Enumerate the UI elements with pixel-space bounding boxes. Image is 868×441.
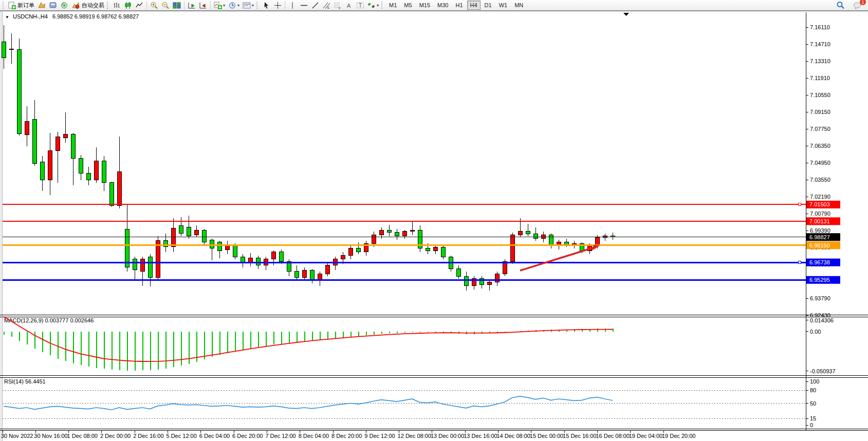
svg-text:7.10550: 7.10550 xyxy=(810,92,830,98)
svg-text:13 Dec 00:00: 13 Dec 00:00 xyxy=(431,433,464,439)
svg-text:6.93790: 6.93790 xyxy=(810,295,830,301)
svg-text:15: 15 xyxy=(810,415,816,421)
horizontal-levels[interactable] xyxy=(3,203,806,280)
time-axis: 30 Nov 202230 Nov 16:001 Dec 08:002 Dec … xyxy=(1,431,695,439)
svg-text:100: 100 xyxy=(810,378,819,385)
svg-text:0: 0 xyxy=(810,422,813,428)
svg-text:19 Dec 04:00: 19 Dec 04:00 xyxy=(629,433,662,439)
svg-text:8 Dec 04:00: 8 Dec 04:00 xyxy=(299,433,329,439)
svg-text:7.03550: 7.03550 xyxy=(810,177,830,183)
svg-text:7.06350: 7.06350 xyxy=(810,143,830,149)
candles xyxy=(2,25,615,291)
svg-text:14 Dec 08:00: 14 Dec 08:00 xyxy=(497,433,530,439)
svg-text:6.99390: 6.99390 xyxy=(810,227,830,234)
svg-text:8 Dec 20:00: 8 Dec 20:00 xyxy=(331,433,362,439)
rsi-indicator: 1008050150 xyxy=(3,378,819,428)
chart-title: ▼ USDCNH-,H4 6.98852 6.98919 6.98762 6.9… xyxy=(5,13,139,20)
svg-text:2 Dec 00:00: 2 Dec 00:00 xyxy=(100,433,131,439)
price-axis: 7.161107.147107.133107.119107.105507.091… xyxy=(806,24,830,318)
svg-text:6.98150: 6.98150 xyxy=(809,242,830,248)
mt4-window: 新订单 自动交易 xyxy=(0,0,868,441)
svg-text:6 Dec 20:00: 6 Dec 20:00 xyxy=(232,433,263,439)
svg-text:1 Dec 08:00: 1 Dec 08:00 xyxy=(67,433,98,439)
svg-text:15 Dec 00:00: 15 Dec 00:00 xyxy=(530,433,563,439)
svg-text:7.00131: 7.00131 xyxy=(809,218,830,224)
trend-arrow-annotation[interactable] xyxy=(520,245,600,271)
svg-text:7.13310: 7.13310 xyxy=(810,58,830,64)
svg-text:7 Dec 12:00: 7 Dec 12:00 xyxy=(265,433,296,439)
svg-text:30 Nov 2022: 30 Nov 2022 xyxy=(1,433,33,439)
svg-text:50: 50 xyxy=(810,400,816,407)
svg-text:-0.050937: -0.050937 xyxy=(810,368,836,374)
svg-text:6.95295: 6.95295 xyxy=(809,277,830,283)
chart-canvas[interactable]: 7.161107.147107.133107.119107.105507.091… xyxy=(0,0,868,441)
svg-text:6.96738: 6.96738 xyxy=(809,259,830,265)
svg-text:16 Dec 08:00: 16 Dec 08:00 xyxy=(596,433,629,439)
price-label-box: 6.98150 xyxy=(806,241,840,249)
svg-text:7.04950: 7.04950 xyxy=(810,160,830,166)
chart-shift-marker[interactable] xyxy=(623,13,629,16)
svg-text:30 Nov 16:00: 30 Nov 16:00 xyxy=(34,433,67,439)
svg-text:7.02190: 7.02190 xyxy=(810,194,830,200)
svg-text:7.01503: 7.01503 xyxy=(809,201,830,207)
svg-text:0.014306: 0.014306 xyxy=(810,317,834,323)
rsi-line xyxy=(4,396,613,410)
chart-ohlc-readout: 6.98852 6.98919 6.98762 6.98827 xyxy=(52,13,139,20)
price-label-box: 7.00131 xyxy=(806,217,840,225)
macd-indicator: 0.0143060.00-0.050937 xyxy=(4,317,836,374)
svg-text:15 Dec 16:00: 15 Dec 16:00 xyxy=(563,433,596,439)
svg-text:7.09150: 7.09150 xyxy=(810,109,830,115)
svg-text:5 Dec 12:00: 5 Dec 12:00 xyxy=(167,433,197,439)
price-label-box: 6.98827 xyxy=(806,233,840,241)
svg-text:13 Dec 16:00: 13 Dec 16:00 xyxy=(464,433,497,439)
svg-text:7.14710: 7.14710 xyxy=(810,41,830,47)
svg-text:2 Dec 16:00: 2 Dec 16:00 xyxy=(133,433,163,439)
svg-text:80: 80 xyxy=(810,387,816,393)
level-anchor[interactable] xyxy=(798,203,801,206)
svg-text:7.00790: 7.00790 xyxy=(810,210,830,217)
svg-text:9 Dec 12:00: 9 Dec 12:00 xyxy=(364,433,395,439)
svg-text:7.07750: 7.07750 xyxy=(810,126,830,132)
chart-symbol-period: USDCNH-,H4 xyxy=(13,13,48,20)
svg-text:0.00: 0.00 xyxy=(810,329,821,335)
svg-text:7.11910: 7.11910 xyxy=(810,75,830,81)
svg-text:6 Dec 04:00: 6 Dec 04:00 xyxy=(199,433,230,439)
svg-text:19 Dec 20:00: 19 Dec 20:00 xyxy=(662,433,695,439)
svg-text:7.16110: 7.16110 xyxy=(810,24,830,30)
svg-text:12 Dec 08:00: 12 Dec 08:00 xyxy=(398,433,431,439)
price-label-box: 7.01503 xyxy=(806,201,840,208)
svg-text:6.98827: 6.98827 xyxy=(809,234,830,240)
collapse-arrow-icon[interactable]: ▼ xyxy=(5,15,9,20)
price-label-box: 6.95295 xyxy=(806,276,840,284)
macd-signal-line xyxy=(4,317,613,361)
level-anchor[interactable] xyxy=(798,261,801,264)
price-label-box: 6.96738 xyxy=(806,259,840,266)
